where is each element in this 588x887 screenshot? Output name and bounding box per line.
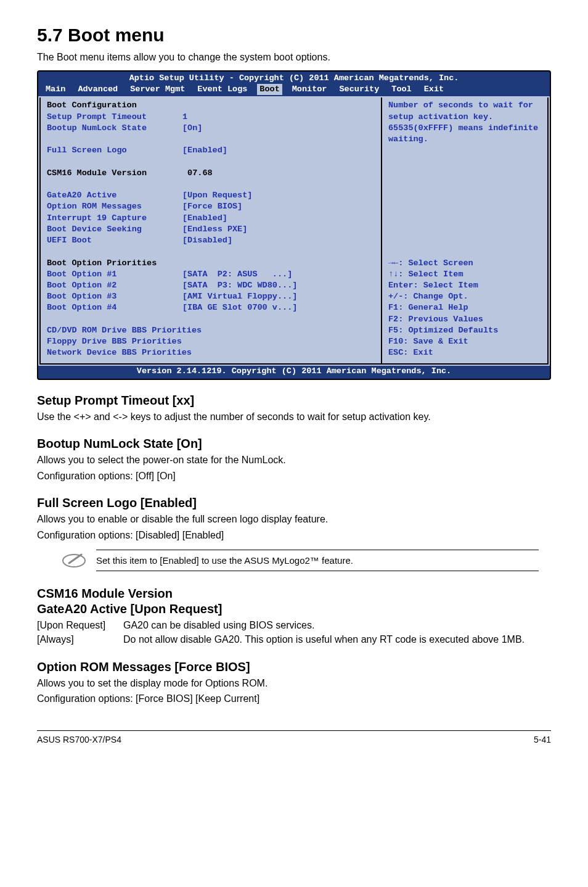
def-term: [Upon Request] — [37, 619, 123, 632]
bios-row-label[interactable]: UEFI Boot — [47, 235, 182, 246]
bios-version-line: Version 2.14.1219. Copyright (C) 2011 Am… — [38, 366, 550, 378]
bios-row-value[interactable]: 1 — [182, 112, 375, 123]
bios-row-value[interactable]: [Disabled] — [182, 235, 375, 246]
bios-row-label: CSM16 Module Version — [47, 168, 182, 179]
body-text: Allows you to set the display mode for O… — [37, 677, 551, 690]
footer-product: ASUS RS700-X7/PS4 — [37, 735, 121, 745]
subhead-numlock: Bootup NumLock State [On] — [37, 437, 551, 451]
note-block: Set this item to [Enabled] to use the AS… — [62, 548, 551, 573]
subhead-full-screen-logo: Full Screen Logo [Enabled] — [37, 496, 551, 510]
bios-tab-event-logs[interactable]: Event Logs — [195, 84, 250, 95]
bios-tab-tool[interactable]: Tool — [389, 84, 414, 95]
subhead-option-rom: Option ROM Messages [Force BIOS] — [37, 660, 551, 674]
bios-row-value[interactable]: [AMI Virtual Floppy...] — [182, 291, 375, 302]
bios-row-value: 07.68 — [182, 168, 375, 179]
subhead-setup-prompt: Setup Prompt Timeout [xx] — [37, 394, 551, 408]
bios-menu-bar: Main Advanced Server Mgmt Event Logs Boo… — [38, 84, 550, 96]
footer-page-number: 5-41 — [534, 735, 551, 745]
bios-row-label[interactable]: Interrupt 19 Capture — [47, 213, 182, 224]
bios-help-pane: Number of seconds to wait for setup acti… — [382, 97, 549, 365]
bios-row-label[interactable]: Boot Option #2 — [47, 280, 182, 291]
bios-row-label[interactable]: Boot Device Seeking — [47, 224, 182, 235]
note-icon — [62, 548, 86, 573]
bios-row-label[interactable]: Floppy Drive BBS Priorities — [47, 336, 375, 347]
bios-row-value[interactable]: [SATA P3: WDC WD80...] — [182, 280, 375, 291]
bios-nav-hint: ESC: Exit — [388, 347, 541, 358]
bios-row-value[interactable]: [SATA P2: ASUS ...] — [182, 269, 375, 280]
bios-nav-hint: →←: Select Screen — [388, 258, 541, 269]
bios-row-label[interactable]: Network Device BBS Priorities — [47, 347, 375, 358]
bios-tab-main[interactable]: Main — [43, 84, 68, 95]
intro-text: The Boot menu items allow you to change … — [37, 52, 551, 63]
bios-nav-hint: F1: General Help — [388, 302, 541, 313]
note-text: Set this item to [Enabled] to use the AS… — [96, 550, 539, 571]
bios-nav-hint: ↑↓: Select Item — [388, 269, 541, 280]
bios-row-value[interactable]: [Upon Request] — [182, 190, 375, 201]
subhead-csm16: CSM16 Module Version — [37, 587, 551, 601]
bios-row-value[interactable]: [IBA GE Slot 0700 v...] — [182, 302, 375, 313]
body-text: Configuration options: [Disabled] [Enabl… — [37, 529, 551, 542]
section-heading: 5.7 Boot menu — [37, 25, 551, 46]
bios-row-label[interactable]: CD/DVD ROM Drive BBS Priorities — [47, 325, 375, 336]
bios-tab-boot[interactable]: Boot — [257, 84, 282, 95]
bios-row-value[interactable]: [Endless PXE] — [182, 224, 375, 235]
page-footer: ASUS RS700-X7/PS4 5-41 — [37, 730, 551, 745]
bios-tab-security[interactable]: Security — [337, 84, 382, 95]
body-text: Allows you to enable or disable the full… — [37, 513, 551, 526]
bios-help-text: Number of seconds to wait for setup acti… — [388, 100, 541, 145]
body-text: Configuration options: [Force BIOS] [Kee… — [37, 692, 551, 706]
bios-row-label[interactable]: Boot Option #3 — [47, 291, 182, 302]
body-text: Use the <+> and <-> keys to adjust the n… — [37, 410, 551, 424]
bios-priorities-header: Boot Option Priorities — [47, 258, 375, 269]
bios-config-header: Boot Configuration — [47, 100, 375, 111]
def-desc: Do not allow disable GA20. This option i… — [123, 633, 551, 646]
bios-row-label[interactable]: Bootup NumLock State — [47, 123, 182, 134]
bios-nav-hint: Enter: Select Item — [388, 280, 541, 291]
bios-left-pane: Boot Configuration Setup Prompt Timeout1… — [39, 97, 382, 365]
bios-nav-hint: F5: Optimized Defaults — [388, 325, 541, 336]
bios-row-label[interactable]: Full Screen Logo — [47, 145, 182, 156]
def-desc: GA20 can be disabled using BIOS services… — [123, 619, 551, 632]
body-text: Configuration options: [Off] [On] — [37, 469, 551, 483]
bios-nav-hint: F10: Save & Exit — [388, 336, 541, 347]
bios-row-label[interactable]: Option ROM Messages — [47, 201, 182, 212]
subhead-gatea20: GateA20 Active [Upon Request] — [37, 602, 551, 616]
bios-tab-advanced[interactable]: Advanced — [75, 84, 120, 95]
bios-tab-monitor[interactable]: Monitor — [290, 84, 330, 95]
bios-row-label[interactable]: Boot Option #4 — [47, 302, 182, 313]
bios-tab-exit[interactable]: Exit — [422, 84, 446, 95]
bios-row-value[interactable]: [Enabled] — [182, 145, 375, 156]
body-text: Allows you to select the power-on state … — [37, 453, 551, 467]
bios-row-label[interactable]: Setup Prompt Timeout — [47, 112, 182, 123]
def-term: [Always] — [37, 633, 123, 646]
bios-screenshot: Aptio Setup Utility - Copyright (C) 2011… — [37, 70, 551, 380]
bios-row-value[interactable]: [Enabled] — [182, 213, 375, 224]
bios-row-value[interactable]: [Force BIOS] — [182, 201, 375, 212]
bios-nav-hint: F2: Previous Values — [388, 314, 541, 325]
bios-row-value[interactable]: [On] — [182, 123, 375, 134]
bios-nav-hint: +/-: Change Opt. — [388, 291, 541, 302]
bios-row-label[interactable]: GateA20 Active — [47, 190, 182, 201]
bios-title: Aptio Setup Utility - Copyright (C) 2011… — [38, 72, 550, 84]
bios-tab-server-mgmt[interactable]: Server Mgmt — [128, 84, 187, 95]
bios-row-label[interactable]: Boot Option #1 — [47, 269, 182, 280]
svg-line-1 — [69, 555, 81, 563]
